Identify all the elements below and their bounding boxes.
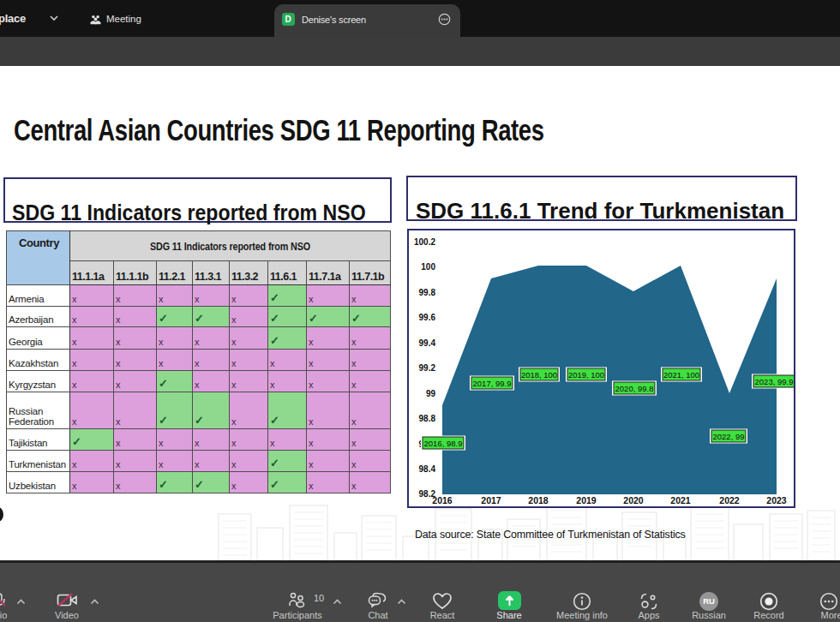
svg-text:2021, 100: 2021, 100 [663,370,699,380]
svg-text:98.8: 98.8 [419,414,436,423]
svg-text:2019: 2019 [576,495,597,505]
svg-text:2016: 2016 [432,495,453,505]
svg-text:2023, 99.9: 2023, 99.9 [755,377,794,386]
svg-text:99.8: 99.8 [419,288,436,297]
svg-text:2018: 2018 [528,495,549,505]
svg-text:2016, 98.9: 2016, 98.9 [424,439,463,448]
svg-text:99.6: 99.6 [419,313,436,322]
svg-text:2020, 99.8: 2020, 99.8 [615,384,654,393]
svg-text:2022: 2022 [719,495,740,505]
svg-text:2021: 2021 [670,495,691,505]
svg-text:2022, 99: 2022, 99 [713,432,745,441]
svg-text:100.2: 100.2 [414,237,435,247]
svg-text:2017, 99.9: 2017, 99.9 [473,379,512,388]
svg-text:2018, 100: 2018, 100 [521,370,557,380]
svg-text:98.4: 98.4 [419,464,436,474]
svg-text:2019, 100: 2019, 100 [568,370,604,380]
svg-text:2017: 2017 [481,495,501,505]
svg-text:99.4: 99.4 [419,338,436,348]
svg-text:99: 99 [426,389,436,398]
svg-text:99.2: 99.2 [419,363,436,373]
svg-text:2023: 2023 [766,495,787,505]
svg-text:2020: 2020 [623,495,644,505]
svg-text:100: 100 [421,262,435,272]
